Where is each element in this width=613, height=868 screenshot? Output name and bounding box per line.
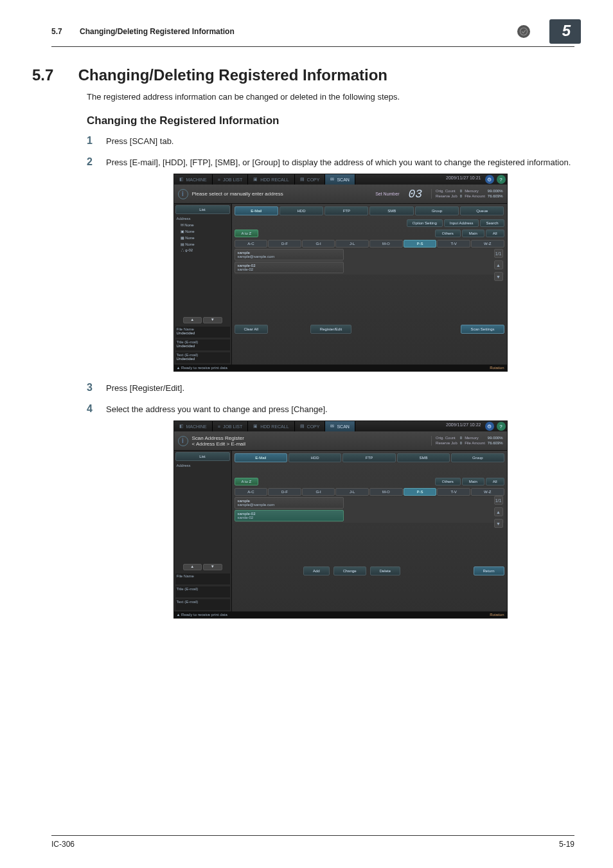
side-down-button[interactable]: ▼ bbox=[203, 317, 222, 323]
section-heading-title: Changing/Deleting Registered Information bbox=[78, 66, 387, 84]
tab-group[interactable]: Group bbox=[415, 206, 459, 215]
help-icon[interactable]: ? bbox=[497, 175, 506, 184]
side-file-name: File NameUndecided bbox=[175, 327, 230, 338]
letters-TV[interactable]: T-V bbox=[437, 488, 470, 496]
subheading: Changing the Registered Information bbox=[87, 114, 574, 127]
list-down-button[interactable]: ▼ bbox=[494, 519, 503, 528]
list-button[interactable]: List bbox=[175, 205, 230, 214]
address-item-1[interactable]: sample sample@sample.com bbox=[235, 497, 344, 509]
search-button[interactable]: Search bbox=[480, 219, 504, 227]
header-timestamp: 2009/11/27 10:21 bbox=[443, 174, 484, 185]
tab-hddrecall[interactable]: ▣HDD RECALL bbox=[248, 174, 294, 185]
tab-smb[interactable]: SMB bbox=[369, 206, 413, 215]
group-others[interactable]: Others bbox=[435, 478, 461, 485]
tab-group[interactable]: Group bbox=[451, 453, 504, 462]
side-item-1: ▣ None bbox=[175, 228, 230, 234]
group-all[interactable]: All bbox=[486, 478, 504, 485]
list-up-button[interactable]: ▲ bbox=[494, 507, 503, 516]
letters-WZ[interactable]: W-Z bbox=[471, 488, 504, 496]
address-item-2[interactable]: sample-02 samle-02 bbox=[235, 262, 344, 273]
tab-email[interactable]: E-Mail bbox=[235, 453, 287, 462]
side-title: Title (E-mail)Undecided bbox=[175, 339, 230, 350]
letter-row-2: A-C D-F G-I J-L M-O P-S T-V W-Z bbox=[235, 488, 504, 496]
letters-JL[interactable]: J-L bbox=[335, 240, 369, 248]
list-down-button[interactable]: ▼ bbox=[494, 272, 503, 281]
side-file-name: File Name bbox=[175, 574, 230, 584]
tab-scan[interactable]: ✉SCAN bbox=[325, 174, 355, 185]
scan-settings-button[interactable]: Scan Settings bbox=[461, 325, 504, 334]
letters-AC[interactable]: A-C bbox=[235, 240, 268, 248]
side-text: Text (E-mail)Undecided bbox=[175, 352, 230, 363]
side-address-head: Address bbox=[175, 463, 230, 468]
letters-JL[interactable]: J-L bbox=[335, 488, 369, 496]
letters-TV[interactable]: T-V bbox=[437, 240, 470, 248]
group-main[interactable]: Main bbox=[462, 230, 484, 237]
letters-PS[interactable]: P-S bbox=[404, 488, 437, 496]
group-all[interactable]: All bbox=[486, 230, 504, 237]
tab-joblist[interactable]: ≡JOB LIST bbox=[213, 421, 248, 431]
letters-DF[interactable]: D-F bbox=[268, 240, 301, 248]
change-button[interactable]: Change bbox=[333, 566, 366, 575]
side-addr-none: ✉ None bbox=[175, 222, 230, 228]
input-address-button[interactable]: Input Address bbox=[444, 219, 479, 227]
side-up-button[interactable]: ▲ bbox=[183, 564, 202, 570]
status-ready: ▲ Ready to receive print data bbox=[177, 613, 227, 617]
letters-MO[interactable]: M-O bbox=[369, 240, 403, 248]
side-item-2: ▦ None bbox=[175, 235, 230, 240]
group-atoz[interactable]: A to Z bbox=[235, 230, 259, 237]
settings-icon[interactable]: ⚙ bbox=[485, 422, 494, 431]
tab-machine[interactable]: ◧MACHINE bbox=[174, 174, 213, 185]
add-button[interactable]: Add bbox=[303, 566, 330, 575]
footer-right: 5-19 bbox=[559, 840, 574, 849]
group-atoz[interactable]: A to Z bbox=[235, 478, 259, 485]
tab-ftp[interactable]: FTP bbox=[342, 453, 395, 462]
header-left: 5.7 Changing/Deleting Registered Informa… bbox=[51, 27, 517, 36]
message-bar: i Please select or manually enter addres… bbox=[174, 185, 507, 204]
letters-PS[interactable]: P-S bbox=[404, 240, 437, 248]
delete-button[interactable]: Delete bbox=[370, 566, 400, 575]
steps-list: Press [SCAN] tab. Press [E-mail], [HDD],… bbox=[87, 136, 574, 619]
group-others[interactable]: Others bbox=[435, 230, 461, 237]
letters-GI[interactable]: G-I bbox=[302, 488, 335, 496]
settings-icon[interactable]: ⚙ bbox=[485, 175, 494, 184]
svg-point-0 bbox=[520, 28, 527, 35]
tab-machine[interactable]: ◧MACHINE bbox=[174, 421, 213, 431]
intro-text: The registered address information can b… bbox=[87, 92, 574, 102]
letters-WZ[interactable]: W-Z bbox=[471, 240, 504, 248]
info-icon: i bbox=[178, 189, 188, 199]
group-main[interactable]: Main bbox=[462, 478, 484, 485]
side-up-button[interactable]: ▲ bbox=[183, 317, 202, 323]
step-2-text: Press [E-mail], [HDD], [FTP], [SMB], or … bbox=[106, 158, 571, 167]
letters-GI[interactable]: G-I bbox=[302, 240, 335, 248]
tab-copy[interactable]: ▤COPY bbox=[295, 421, 326, 431]
tab-joblist[interactable]: ≡JOB LIST bbox=[213, 174, 248, 185]
set-number-label: Set Number bbox=[375, 192, 399, 196]
tab-hddrecall[interactable]: ▣HDD RECALL bbox=[248, 421, 294, 431]
tab-email[interactable]: E-Mail bbox=[235, 206, 278, 215]
help-icon[interactable]: ? bbox=[497, 422, 506, 431]
side-down-button[interactable]: ▼ bbox=[203, 564, 222, 570]
option-setting-button[interactable]: Option Setting bbox=[407, 219, 443, 227]
letters-AC[interactable]: A-C bbox=[235, 488, 268, 496]
step-4-text: Select the address you want to change an… bbox=[106, 404, 328, 414]
side-item-3: ▤ None bbox=[175, 241, 230, 247]
tab-smb[interactable]: SMB bbox=[397, 453, 450, 462]
list-button[interactable]: List bbox=[175, 452, 230, 461]
tab-ftp[interactable]: FTP bbox=[324, 206, 368, 215]
tab-scan[interactable]: ✉SCAN bbox=[325, 421, 355, 431]
address-item-2-selected[interactable]: sample-02 samle-02 bbox=[235, 510, 344, 521]
address-list: sample sample@sample.com sample-02 samle… bbox=[235, 249, 504, 275]
tab-hdd[interactable]: HDD bbox=[289, 453, 341, 462]
list-up-button[interactable]: ▲ bbox=[494, 260, 503, 269]
address-item-1[interactable]: sample sample@sample.com bbox=[235, 249, 344, 260]
tab-hdd[interactable]: HDD bbox=[280, 206, 323, 215]
letters-DF[interactable]: D-F bbox=[268, 488, 301, 496]
tab-queue[interactable]: Queue bbox=[460, 206, 504, 215]
letters-MO[interactable]: M-O bbox=[369, 488, 403, 496]
tab-copy[interactable]: ▤COPY bbox=[295, 174, 326, 185]
main-panel: E-Mail HDD FTP SMB Group Queue Option Se… bbox=[232, 204, 507, 365]
register-edit-button[interactable]: Register/Edit bbox=[310, 325, 351, 334]
message-bar-2: i Scan Address Register < Address Edit >… bbox=[174, 431, 507, 451]
return-button[interactable]: Return bbox=[474, 566, 504, 575]
clear-all-button[interactable]: Clear All bbox=[235, 325, 268, 334]
